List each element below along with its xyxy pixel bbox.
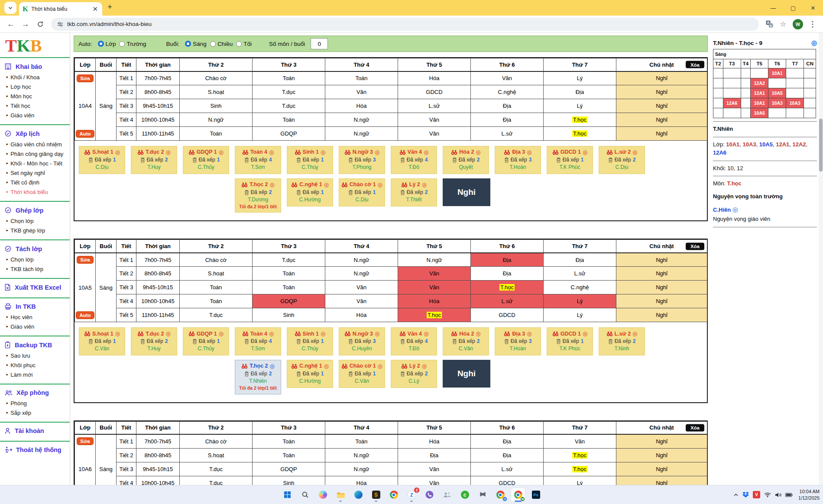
- subject-cell[interactable]: Toán: [253, 113, 325, 127]
- trash-icon[interactable]: [504, 157, 509, 163]
- trash-icon[interactable]: [140, 339, 145, 344]
- subject-cell[interactable]: Toán: [180, 294, 253, 308]
- class-link[interactable]: 10A5: [759, 141, 773, 148]
- subject-cell[interactable]: S.hoạt: [180, 85, 253, 99]
- subject-chip[interactable]: GDQP 1◎Đã xếp1C.Thủy: [183, 327, 229, 355]
- sidebar-item[interactable]: •Tiết học: [0, 101, 70, 110]
- sidebar-section[interactable]: Khai báo: [0, 62, 70, 72]
- subject-cell[interactable]: Toán: [180, 281, 253, 294]
- subject-cell[interactable]: Văn: [544, 434, 616, 448]
- class-link[interactable]: 10A3: [743, 141, 756, 148]
- panel-teacher2[interactable]: C.Hiên: [713, 207, 731, 213]
- target-icon[interactable]: ◎: [375, 330, 379, 338]
- target-icon[interactable]: ◎: [270, 181, 275, 189]
- close-button[interactable]: ✕: [803, 0, 823, 16]
- auto-button[interactable]: Auto: [76, 311, 94, 319]
- translate-icon[interactable]: [763, 18, 775, 30]
- trash-icon[interactable]: [296, 371, 301, 377]
- target-icon[interactable]: ◎: [115, 330, 120, 338]
- sidebar-item[interactable]: •Giáo viên: [0, 110, 70, 120]
- subject-chip[interactable]: Sinh 1◎Đã xếp1C.Thúy: [287, 327, 333, 355]
- sidebar-item[interactable]: •Giáo viên chủ nhiệm: [0, 139, 70, 149]
- target-icon[interactable]: ◎: [269, 330, 274, 338]
- coccoc-icon[interactable]: c: [457, 488, 472, 502]
- subject-cell[interactable]: GDCD: [471, 308, 544, 322]
- subject-cell[interactable]: Toán: [180, 127, 253, 141]
- subject-cell[interactable]: Văn: [325, 294, 398, 308]
- subject-cell[interactable]: Hóa: [398, 71, 471, 85]
- search-icon[interactable]: [298, 488, 312, 502]
- delete-button[interactable]: Xóa: [686, 61, 704, 68]
- trash-icon[interactable]: [140, 157, 145, 163]
- trash-icon[interactable]: [88, 339, 93, 344]
- subject-cell[interactable]: T.học: [398, 308, 471, 322]
- radio-option[interactable]: Chiều: [210, 41, 233, 47]
- subject-cell[interactable]: Hóa: [325, 308, 398, 322]
- subject-cell[interactable]: Văn: [398, 113, 471, 127]
- sidebar-item[interactable]: •Phân công giảng dạy: [0, 149, 70, 158]
- subject-cell[interactable]: GDQP: [253, 294, 325, 308]
- radio-option[interactable]: Tối: [236, 41, 252, 47]
- battery-icon[interactable]: [785, 493, 793, 497]
- target-icon[interactable]: ◎: [269, 149, 274, 156]
- class-link[interactable]: 12A1: [776, 141, 789, 148]
- subject-chip[interactable]: N.ngữ 3◎Đã xếp3C.Huyền: [339, 327, 385, 355]
- subject-cell[interactable]: Văn: [325, 281, 398, 294]
- subject-cell[interactable]: T.học: [471, 281, 544, 294]
- subject-cell[interactable]: Lý: [544, 71, 616, 85]
- subject-cell[interactable]: S.hoạt: [180, 448, 253, 462]
- forward-icon[interactable]: →: [19, 18, 32, 31]
- target-icon[interactable]: ◎: [324, 181, 329, 189]
- trash-icon[interactable]: [452, 339, 457, 344]
- trash-icon[interactable]: [244, 157, 249, 163]
- subject-chip[interactable]: Văn 4◎Đã xếp4T.Đô: [391, 146, 437, 174]
- subject-cell[interactable]: Hóa: [398, 294, 471, 308]
- sidebar-item[interactable]: •TKB tách lớp: [0, 264, 70, 274]
- target-icon[interactable]: ◎: [324, 362, 329, 370]
- subjects-per-session-input[interactable]: [311, 38, 328, 49]
- target-icon[interactable]: ◎: [378, 362, 382, 370]
- subject-cell[interactable]: T.dục: [180, 308, 253, 322]
- target-icon[interactable]: ◎: [632, 330, 637, 338]
- trash-icon[interactable]: [400, 157, 405, 163]
- subject-cell[interactable]: Địa: [471, 113, 544, 127]
- subject-cell[interactable]: N.ngữ: [325, 267, 398, 281]
- subject-chip[interactable]: GDQP 1◎Đã xếp1C.Thủy: [183, 146, 229, 174]
- subject-chip[interactable]: T.học 2◎Đã xếp2T.DươngTối đa 2 lớp/1 tiế…: [235, 178, 281, 213]
- subject-cell[interactable]: N.ngữ: [325, 127, 398, 141]
- target-icon[interactable]: ◎: [632, 149, 637, 156]
- sidebar-item[interactable]: •Tiết cố định: [0, 178, 70, 187]
- subject-cell[interactable]: Văn: [398, 281, 471, 294]
- taskbar-clock[interactable]: 10:04 AM 1/12/2025: [798, 488, 820, 501]
- target-icon[interactable]: ◎: [375, 149, 379, 156]
- new-tab-button[interactable]: +: [107, 2, 112, 12]
- sidebar-item[interactable]: •Chọn lớp: [0, 216, 70, 226]
- subject-chip[interactable]: GDCD 1◎Đã xếp1T.K Phúc: [547, 327, 593, 355]
- subject-cell[interactable]: Sinh: [253, 308, 325, 322]
- app-logo[interactable]: TKB: [0, 34, 70, 57]
- tab-close-icon[interactable]: ✕: [91, 6, 99, 12]
- subject-cell[interactable]: Địa: [544, 85, 616, 99]
- subject-cell[interactable]: Sinh: [180, 99, 253, 113]
- subject-cell[interactable]: T.học: [544, 113, 616, 127]
- subject-chip[interactable]: L.sử 2◎Đã xếp2C.Dịu: [599, 146, 645, 174]
- site-settings-icon[interactable]: [57, 21, 63, 27]
- trash-icon[interactable]: [348, 190, 353, 195]
- wifi-icon[interactable]: [764, 492, 771, 498]
- target-icon[interactable]: ◎: [422, 181, 427, 189]
- radio-option[interactable]: Lớp: [98, 41, 116, 47]
- viber-icon[interactable]: [422, 488, 437, 502]
- subject-cell[interactable]: C.nghệ: [471, 85, 544, 99]
- subject-chip[interactable]: N.ngữ 3◎Đã xếp3T.Phong: [339, 146, 385, 174]
- edge-icon[interactable]: [351, 488, 366, 502]
- photoshop-icon[interactable]: Ps: [528, 488, 543, 502]
- subject-cell[interactable]: Lý: [544, 294, 616, 308]
- trash-icon[interactable]: [348, 371, 353, 377]
- sidebar-item[interactable]: •Chọn lớp: [0, 255, 70, 264]
- trash-icon[interactable]: [192, 339, 197, 344]
- volume-icon[interactable]: [775, 492, 781, 498]
- subject-chip[interactable]: Chào cờ 1◎Đã xếp1C.Dịu: [339, 178, 385, 207]
- target-icon[interactable]: ◎: [583, 149, 587, 156]
- subject-cell[interactable]: N.ngữ: [325, 113, 398, 127]
- subject-cell[interactable]: GDQP: [253, 462, 325, 476]
